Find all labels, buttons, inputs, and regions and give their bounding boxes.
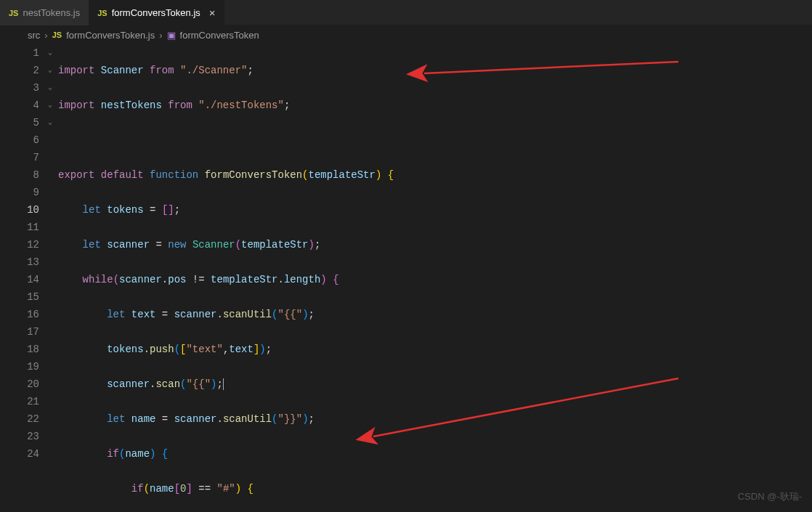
chevron-right-icon: › — [44, 30, 47, 41]
breadcrumb-root[interactable]: src — [28, 30, 40, 41]
chevron-right-icon: › — [159, 30, 162, 41]
breadcrumb: src › JS formConversToken.js › ▣ formCon… — [0, 25, 812, 44]
code-area[interactable]: import Scanner from "./Scanner"; import … — [58, 44, 812, 512]
breadcrumb-symbol[interactable]: formConversToken — [180, 30, 259, 41]
code-editor[interactable]: 123456789 10 111213141516171819202122232… — [0, 44, 812, 512]
watermark: CSDN @-耿瑞- — [738, 490, 802, 503]
tab-nesttokens[interactable]: JS nestTokens.js — [0, 0, 89, 25]
fold-gutter: ⌄⌄⌄⌄⌄ — [44, 44, 57, 131]
symbol-function-icon: ▣ — [167, 30, 176, 41]
js-icon: JS — [9, 9, 18, 17]
tab-bar: JS nestTokens.js JS formConversToken.js … — [0, 0, 812, 25]
js-icon: JS — [52, 31, 62, 39]
js-icon: JS — [97, 9, 107, 17]
tab-label: nestTokens.js — [23, 7, 80, 18]
tab-label: formConversToken.js — [112, 7, 200, 18]
tab-formconverstoken[interactable]: JS formConversToken.js × — [89, 0, 224, 25]
breadcrumb-file[interactable]: formConversToken.js — [66, 30, 155, 41]
close-icon[interactable]: × — [209, 7, 216, 19]
